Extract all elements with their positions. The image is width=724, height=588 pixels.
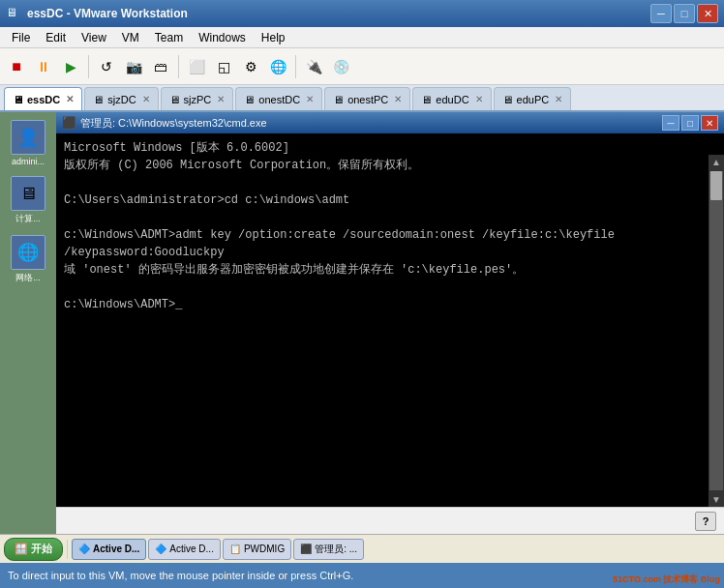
cmd-content[interactable]: Microsoft Windows [版本 6.0.6002] 版权所有 (C)… bbox=[56, 133, 724, 507]
maximize-button[interactable]: □ bbox=[674, 4, 695, 23]
taskbar-icon-4: ⬛ bbox=[300, 544, 312, 554]
cmd-line-7: /keypassword:Goodluckpy bbox=[64, 244, 716, 261]
tab-onestdc-close[interactable]: ✕ bbox=[306, 94, 314, 104]
menu-view[interactable]: View bbox=[74, 29, 114, 46]
taskbar-active-d-2[interactable]: 🔷 Active D... bbox=[148, 539, 221, 560]
tab-sjzdc-label: sjzDC bbox=[107, 94, 136, 105]
cmd-window[interactable]: ⬛ 管理员: C:\Windows\system32\cmd.exe ─ □ ✕… bbox=[56, 112, 724, 534]
tab-onestpc-label: onestPC bbox=[347, 94, 388, 105]
unity-button[interactable]: ◱ bbox=[211, 54, 236, 79]
pause-button[interactable]: ⏸ bbox=[31, 54, 56, 79]
vm-settings-button[interactable]: ⚙ bbox=[238, 54, 263, 79]
cmd-line-3 bbox=[64, 174, 716, 191]
cmd-line-6: c:\Windows\ADMT>admt key /option:create … bbox=[64, 226, 716, 244]
menu-help[interactable]: Help bbox=[254, 29, 293, 46]
watermark: 51CTO.com 技术博客 Blog bbox=[613, 573, 720, 586]
scroll-down[interactable]: ▼ bbox=[709, 492, 723, 507]
taskbar-icon-1: 🔷 bbox=[78, 544, 90, 554]
sidebar-item-user[interactable]: 👤 admini... bbox=[11, 120, 45, 166]
tab-edupc-icon: 🖥 bbox=[502, 94, 513, 105]
start-label: 开始 bbox=[31, 542, 52, 556]
toolbar: ■ ⏸ ▶ ↺ 📷 🗃 ⬜ ◱ ⚙ 🌐 🔌 💿 bbox=[0, 48, 724, 85]
taskbar: 🪟 开始 🔷 Active D... 🔷 Active D... 📋 PWDMI… bbox=[0, 534, 724, 563]
menu-edit[interactable]: Edit bbox=[38, 29, 74, 46]
cmd-scrollbar[interactable]: ▲ ▼ bbox=[709, 155, 724, 507]
computer-icon: 🖥 bbox=[11, 176, 45, 211]
power-button[interactable]: ■ bbox=[4, 54, 29, 79]
cmd-close-button[interactable]: ✕ bbox=[701, 115, 718, 131]
tab-edudc-close[interactable]: ✕ bbox=[475, 94, 483, 104]
minimize-button[interactable]: ─ bbox=[650, 4, 672, 23]
tab-sjzdc[interactable]: 🖥 sjzDC ✕ bbox=[84, 87, 158, 110]
windows-logo: 🪟 bbox=[15, 543, 28, 555]
help-button[interactable]: ? bbox=[695, 512, 716, 531]
taskbar-label-1: Active D... bbox=[93, 544, 139, 554]
tab-edupc[interactable]: 🖥 eduPC ✕ bbox=[494, 87, 572, 110]
tab-sjzdc-close[interactable]: ✕ bbox=[142, 94, 150, 104]
menu-bar: File Edit View VM Team Windows Help bbox=[0, 27, 724, 48]
sidebar: 👤 admini... 🖥 计算... 🌐 网络... bbox=[0, 112, 56, 534]
title-bar-buttons: ─ □ ✕ bbox=[650, 4, 718, 23]
snapshot-mgr-button[interactable]: 🗃 bbox=[148, 54, 173, 79]
start-button[interactable]: 🪟 开始 bbox=[4, 538, 63, 561]
tab-edudc-label: eduDC bbox=[436, 94, 468, 105]
reset-button[interactable]: ↺ bbox=[94, 54, 119, 79]
user-icon: 👤 bbox=[11, 120, 45, 155]
cd-button[interactable]: 💿 bbox=[328, 54, 353, 79]
tab-edupc-close[interactable]: ✕ bbox=[555, 94, 562, 104]
tab-essdc-close[interactable]: ✕ bbox=[66, 94, 74, 104]
play-button[interactable]: ▶ bbox=[58, 54, 83, 79]
cmd-footer: ? bbox=[56, 507, 724, 534]
sidebar-item-computer[interactable]: 🖥 计算... bbox=[11, 176, 45, 225]
tab-sjzpc-icon: 🖥 bbox=[169, 94, 180, 105]
tab-essdc[interactable]: 🖥 essDC ✕ bbox=[4, 87, 82, 110]
tab-sjzpc[interactable]: 🖥 sjzPC ✕ bbox=[161, 87, 234, 110]
scrollbar-thumb[interactable] bbox=[710, 171, 722, 200]
tab-onestdc[interactable]: 🖥 onestDC ✕ bbox=[235, 87, 322, 110]
cmd-minimize-button[interactable]: ─ bbox=[662, 115, 679, 131]
menu-file[interactable]: File bbox=[4, 29, 38, 46]
cmd-line-1: Microsoft Windows [版本 6.0.6002] bbox=[64, 139, 716, 157]
taskbar-sep-1 bbox=[67, 540, 68, 559]
scrollbar-track[interactable] bbox=[709, 171, 723, 490]
tab-sjzpc-close[interactable]: ✕ bbox=[217, 94, 225, 104]
cmd-line-5 bbox=[64, 209, 716, 226]
scroll-up[interactable]: ▲ bbox=[709, 155, 723, 169]
tab-sjzpc-label: sjzPC bbox=[184, 94, 212, 105]
cmd-maximize-button[interactable]: □ bbox=[681, 115, 699, 131]
tab-onestpc-icon: 🖥 bbox=[333, 94, 344, 105]
fullscreen-button[interactable]: ⬜ bbox=[184, 54, 209, 79]
network-button[interactable]: 🌐 bbox=[265, 54, 290, 79]
main-area: 👤 admini... 🖥 计算... 🌐 网络... ⬛ 管理员: C:\Wi… bbox=[0, 112, 724, 534]
cmd-line-9 bbox=[64, 279, 716, 296]
taskbar-icon-2: 🔷 bbox=[155, 544, 166, 554]
taskbar-active-d-1[interactable]: 🔷 Active D... bbox=[72, 539, 146, 560]
tab-essdc-label: essDC bbox=[27, 94, 60, 105]
tab-onestpc[interactable]: 🖥 onestPC ✕ bbox=[324, 87, 410, 110]
menu-vm[interactable]: VM bbox=[114, 29, 147, 46]
taskbar-label-2: Active D... bbox=[169, 544, 214, 554]
sidebar-item-network-label: 网络... bbox=[15, 272, 41, 284]
cmd-line-8: 域 'onest' 的密码导出服务器加密密钥被成功地创建并保存在 'c:\key… bbox=[64, 261, 716, 279]
tab-edudc[interactable]: 🖥 eduDC ✕ bbox=[412, 87, 491, 110]
network-icon: 🌐 bbox=[11, 235, 45, 270]
close-button[interactable]: ✕ bbox=[697, 4, 718, 23]
tabs-bar: 🖥 essDC ✕ 🖥 sjzDC ✕ 🖥 sjzPC ✕ 🖥 onestDC … bbox=[0, 85, 724, 112]
cmd-icon: ⬛ bbox=[62, 116, 76, 130]
taskbar-cmd[interactable]: ⬛ 管理员: ... bbox=[293, 539, 364, 560]
cmd-line-2: 版权所有 (C) 2006 Microsoft Corporation。保留所有… bbox=[64, 157, 716, 174]
usb-button[interactable]: 🔌 bbox=[301, 54, 326, 79]
sidebar-item-network[interactable]: 🌐 网络... bbox=[11, 235, 45, 284]
taskbar-pwdmig[interactable]: 📋 PWDMIG bbox=[223, 539, 291, 560]
sidebar-item-user-label: admini... bbox=[12, 157, 45, 166]
tab-sjzdc-icon: 🖥 bbox=[93, 94, 104, 105]
taskbar-label-3: PWDMIG bbox=[244, 544, 285, 554]
cmd-title-bar: ⬛ 管理员: C:\Windows\system32\cmd.exe ─ □ ✕ bbox=[56, 112, 724, 133]
tab-edupc-label: eduPC bbox=[517, 94, 550, 105]
tab-onestpc-close[interactable]: ✕ bbox=[394, 94, 402, 104]
taskbar-label-4: 管理员: ... bbox=[315, 543, 357, 556]
snapshot-button[interactable]: 📷 bbox=[121, 54, 146, 79]
menu-windows[interactable]: Windows bbox=[191, 29, 254, 46]
menu-team[interactable]: Team bbox=[147, 29, 191, 46]
toolbar-sep-2 bbox=[178, 55, 179, 78]
